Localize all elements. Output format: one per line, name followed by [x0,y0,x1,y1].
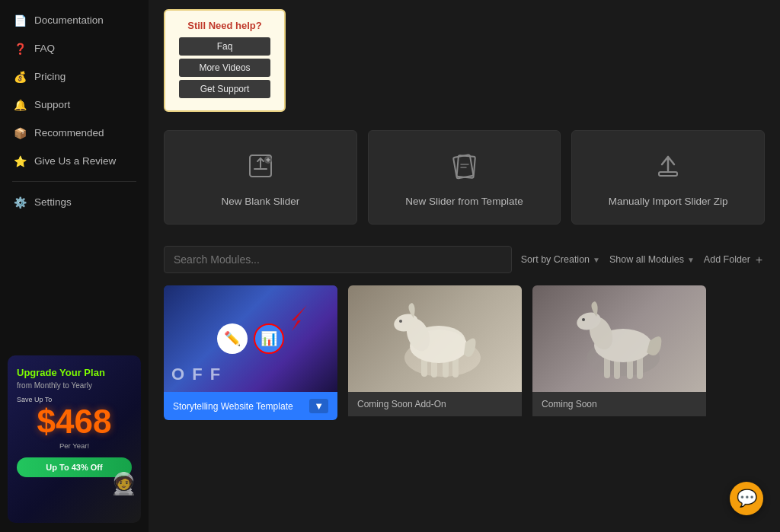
upgrade-title: Upgrade Your Plan [17,366,132,380]
module-thumb-coming-soon-1 [348,285,522,392]
add-folder-icon: ＋ [753,253,765,267]
sidebar-nav: 📄 Documentation ❓ FAQ 💰 Pricing 🔔 Suppor… [0,6,149,346]
help-card: Still Need help? Faq More Videos Get Sup… [164,9,286,112]
sidebar-item-label: FAQ [34,43,55,54]
module-label: Coming Soon Add-On [357,399,446,409]
import-zip-icon [654,152,682,185]
sidebar-item-support[interactable]: 🔔 Support [0,91,149,119]
module-footer-storytelling: Storytelling Website Template ▼ [164,392,337,420]
sidebar-item-label: Pricing [34,71,66,82]
sidebar: 📄 Documentation ❓ FAQ 💰 Pricing 🔔 Suppor… [0,0,149,532]
sidebar-item-label: Support [34,99,70,110]
module-arrow-button[interactable]: ▼ [309,399,328,413]
faq-icon: ❓ [14,42,27,55]
documentation-icon: 📄 [14,14,27,27]
search-row: Sort by Creation ▼ Show all Modules ▼ Ad… [164,246,765,273]
sidebar-item-label: Give Us a Review [34,155,116,167]
edit-slider-button[interactable]: ✏️ [217,323,248,354]
module-footer-coming-soon-1: Coming Soon Add-On [348,392,522,416]
svg-point-23 [582,318,585,321]
add-folder-button[interactable]: Add Folder ＋ [704,253,765,267]
module-grid: O F F ✏️ 📊 Storytelling Website Template… [164,285,765,420]
new-blank-icon [247,152,274,185]
search-input[interactable] [174,253,307,266]
upgrade-highlight: Your Plan [59,367,105,378]
more-videos-button[interactable]: More Videos [179,59,270,77]
sidebar-item-label: Documentation [34,14,104,26]
main-content: Still Need help? Faq More Videos Get Sup… [149,0,780,532]
upgrade-price: $468 [17,405,132,438]
sidebar-item-pricing[interactable]: 💰 Pricing [0,62,149,91]
sort-label: Sort by Creation [521,254,590,265]
new-blank-label: New Blank Slider [221,196,299,207]
action-cards: New Blank Slider New Slider from Templat… [164,130,765,225]
pricing-icon: 💰 [14,70,27,83]
svg-point-14 [399,320,402,323]
svg-rect-4 [659,172,677,176]
sidebar-item-faq[interactable]: ❓ FAQ [0,34,149,62]
sidebar-item-documentation[interactable]: 📄 Documentation [0,6,149,34]
module-label: Coming Soon [542,399,597,409]
new-template-label: New Slider from Template [405,196,523,207]
module-card-storytelling[interactable]: O F F ✏️ 📊 Storytelling Website Template… [164,285,337,420]
sidebar-item-settings[interactable]: ⚙️ Settings [0,188,149,216]
new-blank-slider-card[interactable]: New Blank Slider [164,130,357,225]
import-zip-card[interactable]: Manually Import Slider Zip [571,130,765,225]
sidebar-item-label: Settings [34,196,72,208]
modules-label: Show all Modules [609,254,684,265]
support-icon: 🔔 [14,98,27,111]
sort-by-creation-button[interactable]: Sort by Creation ▼ [521,254,600,265]
upgrade-per-year: Per Year! [17,441,132,450]
upgrade-subtitle: from Monthly to Yearly [17,381,132,390]
sidebar-item-give-review[interactable]: ⭐ Give Us a Review [0,147,149,175]
sidebar-divider [12,181,136,182]
upgrade-card: Upgrade Your Plan from Monthly to Yearly… [8,355,141,523]
show-all-modules-button[interactable]: Show all Modules ▼ [609,254,695,265]
settings-icon: ⚙️ [14,196,27,209]
folder-label: Add Folder [704,254,750,265]
modules-arrow-icon: ▼ [687,256,695,264]
module-thumb-coming-soon-2 [532,285,706,392]
search-wrapper [164,246,512,273]
help-title: Still Need help? [177,20,272,31]
upgrade-figure: 🧑‍🚀 [110,471,137,496]
module-thumb-storytelling: O F F ✏️ 📊 [164,285,337,392]
recommended-icon: 📦 [14,126,27,139]
module-card-coming-soon-1[interactable]: Coming Soon Add-On [348,285,522,420]
module-label: Storytelling Website Template [173,401,293,412]
sidebar-item-recommended[interactable]: 📦 Recommended [0,119,149,147]
review-icon: ⭐ [14,155,27,167]
sort-arrow-icon: ▼ [593,256,600,264]
storytelling-overlay: ✏️ 📊 [164,285,337,392]
chat-button[interactable]: 💬 [730,482,763,515]
new-template-slider-card[interactable]: New Slider from Template [368,130,561,225]
import-zip-label: Manually Import Slider Zip [609,196,728,207]
new-template-icon [451,152,478,185]
module-card-coming-soon-2[interactable]: Coming Soon [532,285,706,420]
get-support-button[interactable]: Get Support [179,80,270,98]
sidebar-item-label: Recommended [34,127,104,139]
faq-button[interactable]: Faq [179,37,270,56]
module-footer-coming-soon-2: Coming Soon [532,392,706,416]
